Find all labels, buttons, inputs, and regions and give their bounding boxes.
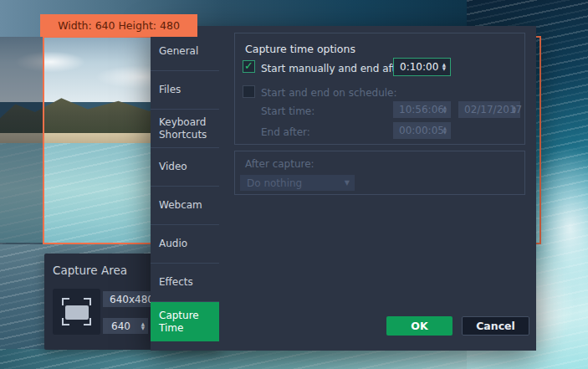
capture-width-value: 640	[111, 320, 130, 332]
spinner-down-icon[interactable]: ▼	[141, 326, 145, 331]
capture-size-value: 640x480	[110, 294, 154, 305]
after-capture-label: After capture:	[245, 158, 314, 170]
start-manually-label: Start manually and end after:	[261, 63, 409, 74]
start-manually-checkbox[interactable]: ✓	[243, 60, 255, 73]
desktop: Width: 640 Height: 480 Capture Area 640x…	[0, 0, 588, 369]
settings-dialog: General Files Keyboard Shortcuts Video W…	[151, 26, 536, 351]
start-date-field: 02/17/2017 ▲ ▼	[458, 101, 520, 118]
capture-size-label: Width: 640 Height: 480	[40, 14, 197, 37]
bracket-corner-icon	[84, 298, 91, 305]
start-time-label: Start time:	[261, 105, 314, 117]
schedule-checkbox[interactable]	[243, 85, 255, 98]
bracket-corner-icon	[62, 298, 69, 305]
sidebar-item-effects[interactable]: Effects	[151, 264, 219, 302]
sidebar-item-webcam[interactable]: Webcam	[151, 187, 219, 225]
end-after-label: End after:	[261, 126, 310, 138]
start-time-field: 10:56:06 ▲ ▼	[393, 101, 451, 118]
dimmed-region	[0, 37, 43, 244]
after-capture-dropdown: Do nothing ▼	[240, 175, 355, 191]
sidebar-item-general[interactable]: General	[151, 33, 219, 71]
schedule-label: Start and end on schedule:	[261, 87, 397, 99]
sidebar-item-audio[interactable]: Audio	[151, 225, 219, 264]
sidebar-item-keyboard-shortcuts[interactable]: Keyboard Shortcuts	[151, 110, 219, 148]
spinner-down-icon[interactable]: ▼	[442, 67, 446, 71]
cancel-button[interactable]: Cancel	[462, 316, 529, 336]
ok-button[interactable]: OK	[386, 316, 453, 336]
settings-sidebar: General Files Keyboard Shortcuts Video W…	[151, 26, 219, 351]
checkmark-icon: ✓	[244, 59, 253, 72]
spinner-down-icon: ▼	[513, 110, 516, 114]
spinner-down-icon: ▼	[443, 131, 447, 135]
capture-area-icon[interactable]	[53, 289, 100, 335]
capture-width-spinner[interactable]: 640 ▲ ▼	[103, 318, 148, 334]
capture-rect-icon	[65, 305, 89, 320]
capture-area-title: Capture Area	[53, 264, 127, 277]
chevron-down-icon: ▼	[345, 179, 350, 187]
sidebar-item-video[interactable]: Video	[151, 148, 219, 187]
after-capture-section: After capture: Do nothing ▼	[234, 151, 525, 195]
sidebar-item-capture-time[interactable]: Capture Time	[151, 302, 219, 341]
capture-time-options-section: Capture time options ✓ Start manually an…	[234, 33, 525, 145]
sidebar-item-files[interactable]: Files	[151, 71, 219, 110]
section-title: Capture time options	[245, 43, 355, 55]
end-after-schedule-field: 00:00:05 ▲ ▼	[393, 122, 451, 139]
end-after-duration-field[interactable]: 0:10:00 ▲ ▼	[393, 58, 451, 76]
spinner-down-icon: ▼	[443, 110, 447, 114]
